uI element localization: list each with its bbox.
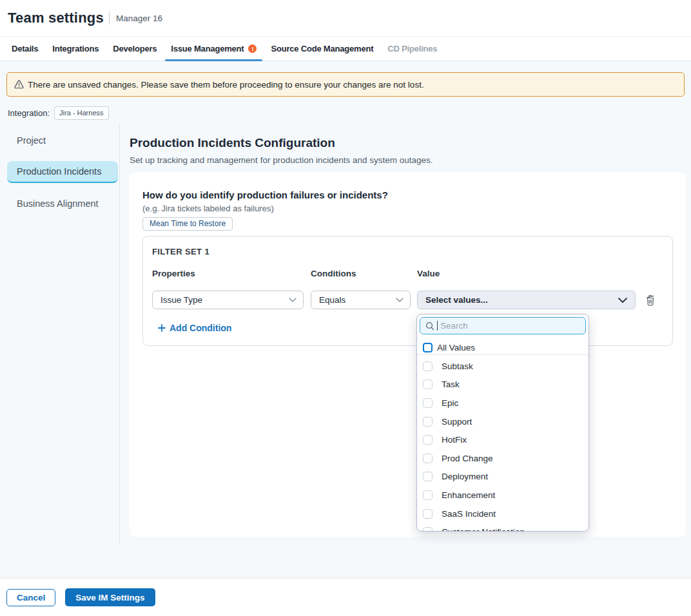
conditions-column-label: Conditions — [311, 269, 417, 278]
tab-developers[interactable]: Developers — [107, 37, 162, 61]
dropdown-search-box[interactable] — [420, 317, 586, 334]
section-subtitle: Set up tracking and management for produ… — [130, 155, 686, 165]
page-subtitle: Manager 16 — [116, 14, 162, 23]
conditions-select[interactable]: Equals — [311, 291, 411, 309]
footer-bar: Cancel Save IM Settings — [0, 578, 691, 616]
integration-chip[interactable]: Jira - Harness — [54, 106, 108, 120]
option-checkbox[interactable] — [423, 490, 433, 500]
properties-select-value: Issue Type — [161, 295, 202, 305]
tab-label: CD Pipelines — [387, 44, 437, 53]
option-label: SaaS Incident — [442, 509, 496, 519]
text-caret — [437, 321, 438, 331]
option-label: HotFix — [442, 435, 467, 445]
option-checkbox[interactable] — [423, 380, 433, 389]
dropdown-option-saas-incident[interactable]: SaaS Incident — [417, 505, 589, 523]
dropdown-option-deployment[interactable]: Deployment — [417, 468, 589, 486]
option-checkbox[interactable] — [423, 509, 433, 519]
add-condition-button[interactable]: Add Condition — [158, 323, 231, 333]
option-label: Customer Notification — [442, 527, 525, 532]
sidebar-item-project[interactable]: Project — [7, 130, 118, 151]
option-label: Deployment — [442, 472, 488, 481]
sidebar-item-label: Business Alignment — [17, 198, 99, 209]
option-checkbox[interactable] — [423, 398, 433, 408]
select-all-checkbox[interactable] — [423, 343, 433, 352]
tab-label: Integrations — [52, 44, 99, 53]
page-title: Team settings — [8, 10, 104, 26]
cancel-button[interactable]: Cancel — [6, 589, 55, 606]
select-all-option[interactable]: All Values — [417, 334, 589, 355]
tab-details[interactable]: Details — [6, 37, 44, 61]
section-title: Production Incidents Configuration — [130, 136, 686, 150]
unsaved-changes-banner: There are unsaved changes. Please save t… — [6, 72, 685, 97]
add-condition-label: Add Condition — [170, 323, 231, 333]
title-separator — [109, 12, 110, 24]
filter-column-headers: Properties Conditions Value — [152, 269, 663, 278]
tab-source-code-management[interactable]: Source Code Management — [265, 37, 379, 61]
tab-label: Details — [12, 44, 38, 53]
integration-row: Integration: Jira - Harness — [8, 106, 683, 120]
dropdown-search-input[interactable] — [440, 321, 580, 331]
trash-icon — [645, 294, 656, 306]
option-label: Task — [442, 380, 460, 389]
dropdown-option-customer-notification[interactable]: Customer Notification — [417, 523, 589, 532]
tab-label: Source Code Management — [271, 44, 373, 53]
select-all-label: All Values — [437, 343, 475, 352]
plus-icon — [158, 324, 166, 332]
unsaved-changes-text: There are unsaved changes. Please save t… — [28, 80, 424, 90]
delete-condition-button[interactable] — [645, 294, 656, 306]
tab-bar: DetailsIntegrationsDevelopersIssue Manag… — [0, 37, 691, 61]
chevron-down-icon — [289, 298, 297, 302]
sidebar-item-label: Production Incidents — [17, 166, 101, 177]
value-multiselect-placeholder: Select values... — [425, 295, 488, 305]
tab-label: Issue Management — [171, 44, 244, 53]
dropdown-option-subtask[interactable]: Subtask — [417, 357, 589, 376]
tab-label: Developers — [113, 44, 157, 53]
option-label: Subtask — [442, 361, 473, 371]
save-im-settings-button[interactable]: Save IM Settings — [65, 588, 155, 606]
dropdown-option-support[interactable]: Support — [417, 412, 589, 431]
properties-column-label: Properties — [152, 269, 311, 278]
dropdown-option-enhancement[interactable]: Enhancement — [417, 486, 589, 505]
conditions-select-value: Equals — [319, 295, 346, 305]
search-icon — [425, 322, 434, 331]
option-checkbox[interactable] — [423, 527, 433, 532]
dropdown-option-epic[interactable]: Epic — [417, 394, 589, 412]
warning-icon — [14, 80, 24, 89]
value-dropdown-panel: All Values SubtaskTaskEpicSupportHotFixP… — [416, 314, 589, 532]
properties-select[interactable]: Issue Type — [152, 291, 304, 309]
value-multiselect[interactable]: Select values... — [417, 291, 636, 309]
tab-cd-pipelines[interactable]: CD Pipelines — [382, 37, 443, 61]
integration-label: Integration: — [8, 108, 50, 118]
settings-sidebar: ProjectProduction IncidentsBusiness Alig… — [0, 122, 120, 543]
option-checkbox[interactable] — [423, 472, 433, 481]
chevron-down-icon — [396, 298, 404, 302]
option-checkbox[interactable] — [423, 361, 433, 371]
option-checkbox[interactable] — [423, 435, 433, 445]
filter-condition-row: Issue Type Equals Select values... — [152, 291, 663, 309]
configuration-card: How do you identify production failures … — [130, 173, 686, 537]
identify-question: How do you identify production failures … — [142, 189, 673, 200]
metric-chip[interactable]: Mean Time to Restore — [142, 217, 233, 231]
dropdown-option-prod-change[interactable]: Prod Change — [417, 449, 589, 468]
main-panel: Production Incidents Configuration Set u… — [120, 122, 691, 543]
tab-issue-management[interactable]: Issue Management! — [165, 37, 262, 61]
dropdown-option-hotfix[interactable]: HotFix — [417, 430, 589, 449]
option-label: Enhancement — [442, 490, 495, 500]
footer-spacer — [0, 543, 691, 578]
option-label: Prod Change — [442, 454, 493, 463]
option-label: Support — [442, 417, 472, 427]
filter-set-card: FILTER SET 1 Properties Conditions Value… — [142, 236, 673, 346]
sidebar-item-production-incidents[interactable]: Production Incidents — [7, 161, 118, 183]
tab-integrations[interactable]: Integrations — [46, 37, 104, 61]
value-column-label: Value — [417, 269, 636, 278]
dropdown-option-task[interactable]: Task — [417, 376, 589, 394]
sidebar-item-label: Project — [17, 135, 46, 146]
unsaved-indicator-badge: ! — [248, 44, 257, 53]
option-checkbox[interactable] — [423, 454, 433, 463]
identify-hint: (e.g. Jira tickets labeled as failures) — [142, 204, 673, 213]
chevron-down-icon — [618, 298, 627, 303]
option-checkbox[interactable] — [423, 417, 433, 427]
sidebar-item-business-alignment[interactable]: Business Alignment — [7, 193, 118, 215]
option-label: Epic — [442, 398, 458, 408]
page-header: Team settings Manager 16 — [0, 0, 691, 37]
